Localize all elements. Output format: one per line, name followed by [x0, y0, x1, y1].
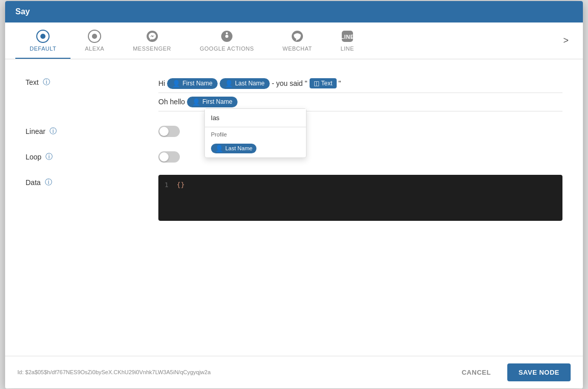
linear-info-icon[interactable]: ⓘ [50, 127, 57, 136]
data-editor[interactable]: 1 {} [158, 175, 562, 221]
text-line-2[interactable]: Oh hello 👤 First Name Profile 👤 Last Nam… [158, 93, 562, 111]
person-icon-dropdown: 👤 [215, 145, 223, 152]
say-modal: Say DEFAULT ALEXA [5, 1, 583, 388]
autocomplete-dropdown: Profile 👤 Last Name [204, 108, 307, 158]
dropdown-search-input[interactable] [205, 109, 306, 127]
loop-toggle-thumb [159, 152, 169, 162]
modal-footer: Id: $2a$05$h/df767NES9OsZi0bySeX.CKhU29i… [5, 356, 583, 388]
node-id: Id: $2a$05$h/df767NES9OsZi0bySeX.CKhU29i… [17, 369, 210, 375]
data-info-icon[interactable]: ⓘ [45, 178, 52, 187]
line2-prefix: Oh hello [158, 98, 185, 106]
radio-active-icon [36, 30, 50, 43]
alexa-icon [88, 30, 101, 43]
tab-messenger[interactable]: MESSENGER [119, 22, 185, 59]
data-field-label: Data ⓘ [26, 175, 158, 187]
loop-info-icon[interactable]: ⓘ [45, 152, 53, 162]
line1-prefix: Hi [158, 79, 165, 87]
tab-google-actions-label: GOOGLE ACTIONS [200, 45, 254, 52]
chip-text-var[interactable]: ◫ Text [310, 78, 337, 88]
tab-alexa[interactable]: ALEXA [70, 22, 119, 59]
chip-last-name-dropdown[interactable]: 👤 Last Name [211, 144, 256, 153]
svg-point-3 [225, 35, 228, 38]
messenger-icon [146, 30, 159, 43]
modal-body: Text ⓘ Hi 👤 First Name 👤 Last Name - you… [5, 59, 583, 356]
loop-field-label: Loop ⓘ [26, 149, 158, 162]
line1-suffix: " [339, 79, 341, 87]
chip-first-name-1[interactable]: 👤 First Name [167, 78, 218, 89]
tab-line[interactable]: LINE LINE [326, 22, 368, 59]
text-field-content: Hi 👤 First Name 👤 Last Name - you said "… [158, 75, 562, 111]
person-icon-1: 👤 [172, 80, 180, 87]
tab-line-label: LINE [341, 45, 354, 52]
line1-middle: - you said " [272, 79, 308, 87]
cancel-button[interactable]: CANCEL [452, 363, 501, 381]
svg-point-1 [147, 31, 158, 42]
text-field-label: Text ⓘ [26, 75, 158, 87]
svg-text:LINE: LINE [341, 34, 354, 40]
code-content[interactable]: {} [177, 181, 185, 215]
footer-buttons: CANCEL SAVE NODE [452, 363, 571, 381]
text-var-icon: ◫ [314, 80, 319, 87]
google-actions-icon [220, 30, 233, 43]
linear-toggle[interactable] [158, 126, 180, 137]
loop-toggle-track[interactable] [158, 151, 180, 163]
chip-first-name-2[interactable]: 👤 First Name [187, 97, 238, 107]
tab-webchat[interactable]: WEBCHAT [268, 22, 326, 59]
save-node-button[interactable]: SAVE NODE [507, 363, 571, 381]
chip-last-name-1[interactable]: 👤 Last Name [220, 78, 270, 89]
tab-messenger-label: MESSENGER [133, 45, 171, 52]
linear-field-label: Linear ⓘ [26, 124, 158, 136]
loop-toggle[interactable] [158, 151, 180, 163]
text-field-row: Text ⓘ Hi 👤 First Name 👤 Last Name - you… [26, 75, 562, 111]
dropdown-last-name-item[interactable]: 👤 Last Name [205, 140, 306, 157]
person-icon-3: 👤 [192, 98, 200, 106]
webchat-icon [291, 30, 304, 43]
person-icon-2: 👤 [225, 80, 233, 87]
data-field-content: 1 {} [158, 175, 562, 221]
dropdown-section-label: Profile [205, 127, 306, 140]
text-info-icon[interactable]: ⓘ [43, 78, 50, 87]
svg-point-0 [92, 34, 97, 39]
linear-toggle-track[interactable] [158, 126, 180, 137]
tabs-bar: DEFAULT ALEXA MESSENGER [5, 22, 583, 59]
tab-google-actions[interactable]: GOOGLE ACTIONS [185, 22, 268, 59]
line-numbers: 1 [164, 181, 169, 215]
tabs-more-chevron[interactable]: > [559, 28, 573, 53]
modal-title: Say [15, 7, 30, 16]
data-field-row: Data ⓘ 1 {} [26, 175, 562, 221]
svg-point-4 [226, 32, 228, 34]
tab-default-label: DEFAULT [30, 45, 56, 52]
modal-header: Say [5, 1, 583, 22]
linear-toggle-thumb [159, 127, 169, 136]
tab-webchat-label: WEBCHAT [283, 45, 312, 52]
tab-default[interactable]: DEFAULT [15, 22, 70, 59]
text-line-1[interactable]: Hi 👤 First Name 👤 Last Name - you said "… [158, 75, 562, 93]
tab-alexa-label: ALEXA [85, 45, 104, 52]
line-icon: LINE [341, 30, 354, 43]
